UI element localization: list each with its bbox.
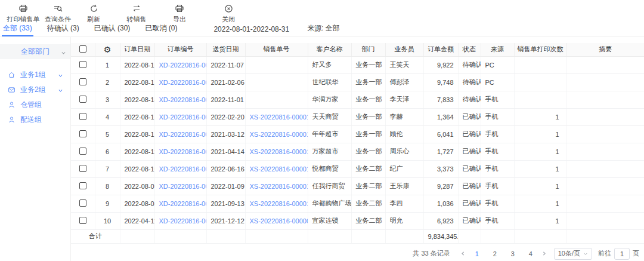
cell-status: 已确认	[458, 125, 481, 143]
cell-department: 业务一部	[351, 125, 385, 143]
cell-select	[71, 212, 95, 229]
toolbar-item-label: 查询条件	[45, 15, 71, 24]
row-checkbox[interactable]	[79, 96, 86, 103]
cell-summary	[566, 177, 644, 195]
pagination-bar: 共 33 条记录 1 2 3 4 10条/页 前往 页	[71, 248, 644, 260]
cell-delivery-date: 2022-11-07	[206, 56, 245, 73]
col-department: 部门	[351, 43, 385, 56]
cell-source: 手机	[481, 108, 514, 125]
cell-order-no: XD-20220816-000016	[154, 91, 206, 108]
tab-cancelled[interactable]: 已取消 (0)	[144, 23, 178, 36]
col-customer: 客户名称	[308, 43, 351, 56]
cell-amount: 7,833	[423, 91, 458, 108]
col-amount: 订单金额	[423, 43, 458, 56]
cell-select	[71, 125, 95, 143]
chevron-down-icon[interactable]	[58, 87, 63, 95]
cell-summary	[566, 212, 644, 229]
tab-confirmed[interactable]: 已确认 (30)	[93, 23, 132, 36]
cell-print-count: 1	[514, 125, 566, 143]
row-checkbox[interactable]	[79, 148, 86, 155]
cell-customer: 华都购物广场	[308, 195, 351, 212]
row-checkbox[interactable]	[79, 130, 86, 137]
sales-no-link[interactable]: XS-20220816-000009	[250, 217, 308, 225]
row-checkbox[interactable]	[79, 199, 86, 207]
page-size-select[interactable]: 10条/页	[554, 248, 592, 260]
select-all-checkbox[interactable]	[79, 45, 86, 53]
cell-customer: 年年超市	[308, 125, 351, 143]
next-page-button[interactable]	[540, 249, 549, 259]
cell-department: 业务二部	[351, 195, 385, 212]
tab-all[interactable]: 全部 (33)	[2, 23, 33, 36]
row-checkbox[interactable]	[79, 113, 86, 120]
query-conditions-button[interactable]: 查询条件	[44, 4, 72, 24]
refresh-icon	[89, 4, 98, 13]
row-checkbox[interactable]	[79, 61, 86, 68]
sidebar-item-business-group-2[interactable]: 业务2组	[0, 82, 70, 97]
chevron-down-icon[interactable]	[58, 72, 63, 80]
page-number-2[interactable]: 2	[490, 250, 500, 257]
cell-select	[71, 73, 95, 91]
cell-print-count: 1	[514, 195, 566, 212]
order-no-link[interactable]: XD-20220816-000011	[159, 183, 207, 190]
sales-no-link[interactable]: XS-20220816-000011	[250, 183, 308, 190]
sidebar-item-business-group-1[interactable]: 业务1组	[0, 67, 70, 82]
cell-department: 业务一部	[351, 143, 385, 160]
row-checkbox[interactable]	[79, 182, 86, 189]
sales-no-link[interactable]: XS-20220816-000010	[250, 200, 308, 207]
sidebar-item-delivery-group[interactable]: 配送组	[0, 112, 70, 127]
prev-page-button[interactable]	[459, 249, 468, 259]
cell-order-date: 2022-08-11	[120, 143, 154, 160]
order-no-link[interactable]: XD-20220816-000012	[159, 165, 207, 173]
order-no-link[interactable]: XD-20220816-000018	[159, 62, 207, 69]
summary-empty	[566, 229, 644, 243]
order-no-link[interactable]: XD-20220816-000014	[159, 131, 207, 138]
cell-delivery-date: 2022-01-09	[206, 177, 245, 195]
gear-icon[interactable]: ⚙	[104, 45, 112, 54]
cell-print-count: 1	[514, 177, 566, 195]
cell-sales-no: XS-20220816-000012	[245, 160, 308, 177]
order-no-link[interactable]: XD-20220816-000013	[159, 148, 207, 155]
cell-order-no: XD-20220816-000010	[154, 195, 206, 212]
sales-no-link[interactable]: XS-20220816-000012	[250, 165, 308, 173]
refresh-button[interactable]: 刷新	[80, 4, 107, 24]
chevron-down-icon	[61, 49, 66, 57]
order-no-link[interactable]: XD-20220816-000017	[159, 79, 207, 86]
row-checkbox[interactable]	[79, 217, 86, 224]
cell-print-count: 1	[514, 212, 566, 229]
print-sales-order-button[interactable]: 打印销售单	[6, 4, 41, 24]
export-printer-icon	[175, 4, 184, 13]
sales-no-link[interactable]: XS-20220816-000015	[250, 113, 308, 121]
order-no-link[interactable]: XD-20220816-000009	[159, 217, 207, 225]
filter-search-icon	[53, 4, 63, 13]
order-no-link[interactable]: XD-20220816-000015	[159, 113, 207, 121]
page-number-1[interactable]: 1	[472, 250, 482, 257]
export-button[interactable]: 导出	[166, 4, 193, 24]
page-number-3[interactable]: 3	[508, 250, 518, 257]
summary-empty	[120, 229, 154, 243]
order-no-link[interactable]: XD-20220816-000016	[159, 96, 207, 103]
order-no-link[interactable]: XD-20220816-000010	[159, 200, 207, 207]
cell-print-count: 1	[514, 143, 566, 160]
table-row: 52022-08-12XD-20220816-0000142021-03-12X…	[71, 125, 644, 143]
cell-summary	[566, 125, 644, 143]
transfer-to-sales-button[interactable]: 转销售	[123, 4, 150, 24]
close-button[interactable]: 关闭	[215, 4, 242, 24]
sales-no-link[interactable]: XS-20220816-000013	[250, 148, 308, 155]
cell-delivery-date: 2021-03-12	[206, 125, 245, 143]
cell-status: 待确认	[458, 91, 481, 108]
cell-delivery-date: 2022-11-01	[206, 91, 245, 108]
cell-select	[71, 143, 95, 160]
goto-page-input[interactable]	[614, 248, 630, 260]
cell-status: 已确认	[458, 143, 481, 160]
row-checkbox[interactable]	[79, 78, 86, 85]
cell-seq: 10	[95, 212, 120, 229]
department-select[interactable]: 全部部门	[0, 44, 70, 59]
sidebar-item-label: 业务1组	[20, 70, 46, 80]
sidebar-item-warehouse-group[interactable]: 仓管组	[0, 97, 70, 112]
cell-delivery-date: 2021-12-12	[206, 212, 245, 229]
row-checkbox[interactable]	[79, 165, 86, 172]
tab-pending-confirm[interactable]: 待确认 (3)	[46, 23, 80, 36]
sales-no-link[interactable]: XS-20220816-000014	[250, 131, 308, 138]
page-number-4[interactable]: 4	[526, 250, 535, 257]
cell-source: 手机	[481, 195, 514, 212]
